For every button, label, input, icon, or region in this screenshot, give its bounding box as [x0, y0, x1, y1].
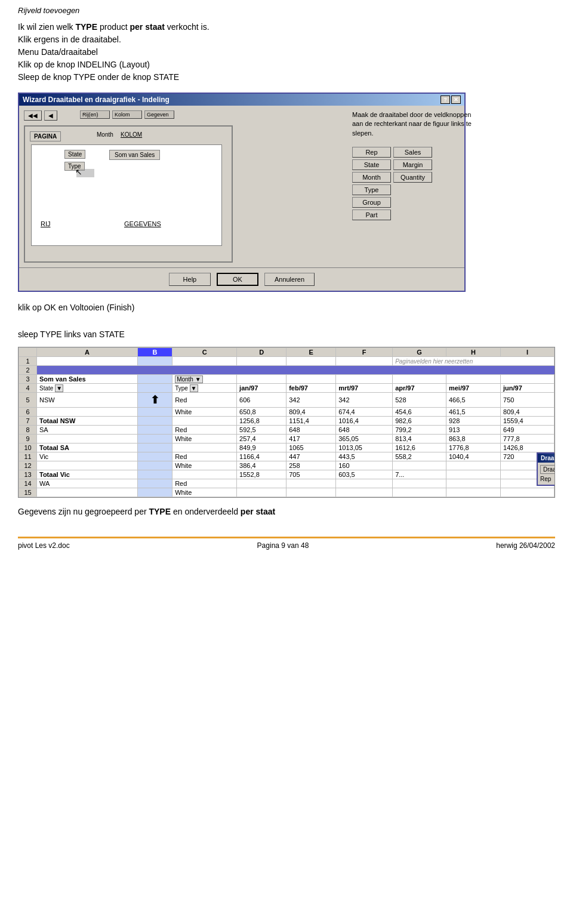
toolbar-btn-row1[interactable]: Rij(en) [80, 110, 110, 119]
col-header-e: E [286, 348, 336, 357]
layout-diagram: PAGINA Month KOLOM State Type Som van Sa… [24, 125, 233, 263]
field-btn-state[interactable]: State [352, 159, 391, 170]
intro-section: Ik wil zien welk TYPE product per staat … [18, 21, 555, 84]
state-field-btn[interactable]: State [64, 150, 85, 159]
col-header-h: H [446, 348, 500, 357]
toolbar-btn-2[interactable]: ◀ [44, 110, 57, 121]
field-buttons-list: Rep Sales State Margin Month Quantity Ty… [352, 147, 460, 220]
ss-table: A B C D E F G H I 1 Paginavelden hi [19, 347, 554, 497]
draaitabel-popup: Draaitabel Draaitabel ▼ 📊 📈 📋 ≡ Rep [537, 452, 555, 486]
field-btn-row-2: State Margin [352, 159, 460, 170]
header-title: Rijveld toevoegen [18, 6, 79, 15]
section2-line2: sleep TYPE links van STATE [18, 328, 555, 341]
footer-right: herwig 26/04/2002 [496, 541, 555, 550]
field-btn-margin[interactable]: Margin [393, 159, 432, 170]
table-row: 15 White [19, 488, 554, 497]
field-btn-part[interactable]: Part [352, 210, 391, 220]
titlebar-help-btn[interactable]: ? [440, 96, 450, 104]
col-header-num [19, 348, 37, 357]
field-btn-sales[interactable]: Sales [393, 147, 432, 158]
table-row: 10 Totaal SA 849,9 1065 1013,05 1612,6 1… [19, 443, 554, 452]
draaitabel-field-rep: Rep [540, 476, 551, 482]
pivot-dialog: Wizard Draaitabel en draaigrafiek - Inde… [18, 93, 466, 292]
col-header-b: B [137, 348, 172, 357]
table-row: 3 Som van Sales Month ▼ [19, 375, 554, 384]
toolbar-btn-col1[interactable]: Kolom [112, 110, 142, 119]
field-btn-month[interactable]: Month [352, 172, 391, 183]
col-header-g: G [393, 348, 446, 357]
page-footer: pivot Les v2.doc Pagina 9 van 48 herwig … [18, 537, 555, 550]
main-layout-box: State Type Som van Sales RIJ GEGEVENS [31, 144, 222, 246]
field-btn-type[interactable]: Type [352, 184, 391, 195]
col-header-i: I [501, 348, 554, 357]
dialog-description: Maak de draaitabel door de veldknoppen a… [352, 110, 472, 138]
dialog-titlebar: Wizard Draaitabel en draaigrafiek - Inde… [19, 94, 464, 106]
footer-center: Pagina 9 van 48 [257, 541, 309, 550]
table-row: 14 WA Red [19, 479, 554, 488]
field-btn-row-4: Type [352, 184, 460, 195]
page-header: Rijveld toevoegen [18, 6, 555, 15]
field-btn-row-3: Month Quantity [352, 172, 460, 183]
dialog-left-panel: ◀◀ ◀ Rij(en) Kolom Gegeven PAGINA Month … [24, 110, 346, 263]
draaitabel-fields: Rep State Mor [540, 476, 555, 482]
draaitabel-toolbar-row: Draaitabel ▼ 📊 📈 📋 ≡ [540, 465, 555, 474]
col-header-d: D [237, 348, 286, 357]
footer-left: pivot Les v2.doc [18, 541, 70, 550]
table-row: 12 White 386,4 258 160 [19, 461, 554, 470]
table-row: 5 NSW ⬆ Red 606 342 342 528 466,5 750 [19, 393, 554, 408]
field-btn-rep[interactable]: Rep [352, 147, 391, 158]
intro-line2: Klik ergens in de draaitabel. [18, 33, 555, 46]
toolbar-btn-data1[interactable]: Gegeven [144, 110, 174, 119]
draaitabel-title: Draaitabel [538, 454, 555, 463]
field-btn-row-5: Group [352, 197, 460, 208]
som-van-sales-btn[interactable]: Som van Sales [109, 150, 160, 160]
zone-rij: RIJ [41, 220, 51, 227]
table-row: 6 White 650,8 809,4 674,4 454,6 461,5 80… [19, 408, 554, 417]
table-row: 9 White 257,4 417 365,05 813,4 863,8 777… [19, 435, 554, 443]
titlebar-buttons: ? ✕ [440, 96, 461, 104]
table-row-blue: 2 [19, 366, 554, 375]
table-row: 1 Paginavelden hier neerzetten [19, 357, 554, 366]
zone-pagina: PAGINA [30, 131, 61, 141]
table-row: 11 Vic Red 1166,4 447 443,5 558,2 1040,4… [19, 452, 554, 461]
col-header-f: F [336, 348, 393, 357]
intro-line1: Ik wil zien welk TYPE product per staat … [18, 21, 555, 33]
conclusion-section: Gegevens zijn nu gegroepeerd per TYPE en… [18, 505, 555, 518]
dialog-title: Wizard Draaitabel en draaigrafiek - Inde… [23, 96, 170, 104]
draaitabel-body: Draaitabel ▼ 📊 📈 📋 ≡ Rep State Mor [538, 463, 555, 485]
zone-month-top: Month [97, 131, 113, 138]
cancel-button[interactable]: Annuleren [264, 273, 315, 286]
field-btn-group[interactable]: Group [352, 197, 391, 208]
zone-kolom: KOLOM [121, 131, 142, 138]
col-header-a: A [37, 348, 138, 357]
table-row: 7 Totaal NSW 1256,8 1151,4 1016,4 982,6 … [19, 417, 554, 426]
field-btn-row-1: Rep Sales [352, 147, 460, 158]
section2: klik op OK en Voltooien (Finish) sleep T… [18, 301, 555, 341]
table-row-header: 4 State ▼ Type ▼ jan/97 feb/97 mrt/97 ap… [19, 384, 554, 393]
titlebar-close-btn[interactable]: ✕ [451, 96, 461, 104]
zone-gegevens: GEGEVENS [124, 220, 161, 227]
ok-button[interactable]: OK [217, 273, 258, 286]
cursor-indicator: ↖ [75, 167, 82, 177]
dialog-buttons: Help OK Annuleren [19, 267, 464, 291]
table-row: 13 Totaal Vic 1552,8 705 603,5 7... [19, 470, 554, 479]
dialog-right-panel: Maak de draaitabel door de veldknoppen a… [352, 110, 460, 263]
field-btn-row-6: Part [352, 210, 460, 220]
help-button[interactable]: Help [169, 273, 211, 286]
spreadsheet: A B C D E F G H I 1 Paginavelden hi [18, 347, 555, 498]
conclusion-text: Gegevens zijn nu gegroepeerd per TYPE en… [18, 505, 555, 518]
intro-line3: Menu Data/draaitabel Klik op de knop IND… [18, 46, 555, 84]
section2-line1: klik op OK en Voltooien (Finish) [18, 301, 555, 314]
table-row: 8 SA Red 592,5 648 648 799,2 913 649 [19, 426, 554, 435]
col-header-c: C [172, 348, 237, 357]
dialog-toolbar: ◀◀ ◀ Rij(en) Kolom Gegeven [24, 110, 346, 121]
field-btn-quantity[interactable]: Quantity [393, 172, 432, 183]
toolbar-btn-1[interactable]: ◀◀ [24, 110, 42, 121]
draaitabel-menu-btn[interactable]: Draaitabel ▼ [540, 465, 555, 474]
